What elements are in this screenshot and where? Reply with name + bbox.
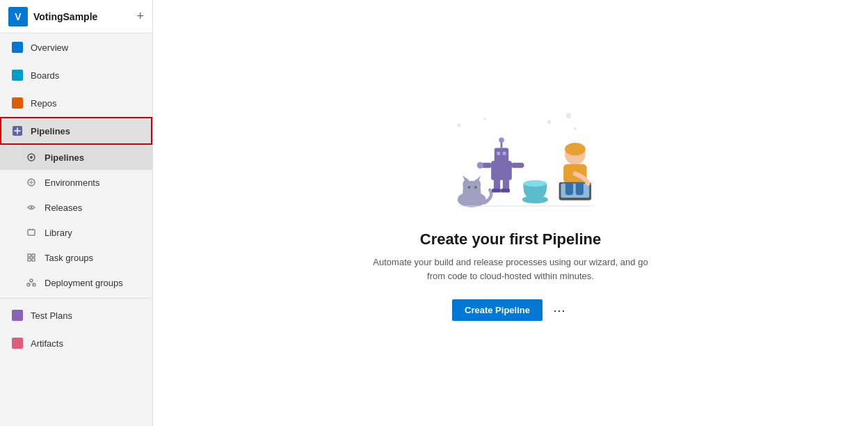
svg-point-11: [27, 283, 30, 286]
empty-state-title: Create your first Pipeline: [420, 230, 601, 248]
sidebar-sub-library[interactable]: Library: [0, 220, 152, 245]
artifacts-icon: [11, 337, 24, 349]
svg-point-24: [468, 186, 471, 189]
pipelines-illustration: [420, 105, 601, 216]
svg-point-16: [574, 127, 577, 130]
sub-pipelines-icon: [25, 151, 38, 164]
create-pipeline-button[interactable]: Create Pipeline: [452, 299, 542, 321]
sidebar-sub-releases-label: Releases: [45, 203, 82, 213]
svg-point-42: [565, 143, 586, 156]
svg-rect-37: [492, 189, 501, 193]
svg-rect-38: [501, 189, 510, 193]
sidebar-sub-deployment-groups[interactable]: Deployment groups: [0, 270, 152, 295]
empty-state-description: Automate your build and release processe…: [364, 255, 657, 283]
svg-point-4: [31, 207, 33, 209]
sidebar-item-pipelines[interactable]: Pipelines: [0, 117, 152, 145]
svg-rect-26: [491, 161, 512, 180]
test-plans-icon: [11, 309, 24, 322]
more-options-button[interactable]: ⋯: [549, 301, 569, 320]
svg-rect-7: [32, 254, 35, 257]
sidebar-item-artifacts[interactable]: Artifacts: [0, 329, 152, 357]
releases-icon: [25, 201, 38, 214]
overview-icon: [11, 41, 24, 54]
project-avatar: V: [8, 7, 28, 26]
svg-point-2: [30, 156, 33, 159]
sidebar-item-test-plans-label: Test Plans: [31, 310, 72, 321]
svg-point-31: [499, 138, 504, 143]
svg-rect-5: [28, 230, 35, 235]
sidebar-item-boards-label: Boards: [31, 70, 59, 81]
boards-icon: [11, 69, 24, 81]
svg-point-10: [30, 279, 33, 282]
sidebar-sub-releases[interactable]: Releases: [0, 195, 152, 220]
sidebar-sub-task-groups[interactable]: Task groups: [0, 245, 152, 270]
library-icon: [25, 226, 38, 239]
sidebar-sub-environments-label: Environments: [45, 178, 99, 188]
svg-point-14: [483, 118, 486, 120]
svg-point-13: [457, 123, 461, 127]
svg-point-40: [524, 180, 547, 187]
svg-rect-9: [32, 258, 35, 261]
sidebar-divider: [0, 298, 152, 299]
sidebar-item-test-plans[interactable]: Test Plans: [0, 301, 152, 329]
sidebar: V VotingSample + Overview Boards Repos P…: [0, 0, 153, 426]
sidebar-item-boards[interactable]: Boards: [0, 61, 152, 89]
sidebar-sub-task-groups-label: Task groups: [45, 253, 93, 263]
svg-rect-47: [576, 182, 584, 196]
svg-rect-0: [13, 126, 22, 136]
sidebar-sub-pipelines[interactable]: Pipelines: [0, 145, 152, 170]
svg-point-33: [477, 162, 483, 168]
sidebar-item-pipelines-label: Pipelines: [31, 126, 70, 136]
sidebar-item-artifacts-label: Artifacts: [31, 338, 63, 349]
environments-icon: [25, 176, 38, 189]
svg-rect-6: [28, 254, 31, 257]
task-groups-icon: [25, 251, 38, 264]
sidebar-sub-pipelines-label: Pipelines: [45, 152, 84, 163]
svg-rect-46: [565, 182, 573, 196]
sidebar-item-overview[interactable]: Overview: [0, 33, 152, 61]
sidebar-item-repos-label: Repos: [31, 98, 57, 109]
svg-point-25: [474, 186, 477, 189]
svg-rect-27: [495, 148, 508, 161]
svg-point-12: [33, 283, 35, 286]
svg-rect-28: [497, 152, 501, 155]
sidebar-sub-environments[interactable]: Environments: [0, 170, 152, 195]
svg-rect-45: [561, 184, 589, 198]
pipelines-icon: [11, 125, 24, 137]
sidebar-header: V VotingSample +: [0, 0, 152, 33]
svg-rect-34: [511, 163, 524, 168]
main-content: Create your first Pipeline Automate your…: [153, 0, 868, 426]
svg-point-17: [566, 113, 571, 118]
svg-rect-29: [503, 152, 506, 155]
button-row: Create Pipeline ⋯: [452, 299, 569, 321]
deployment-groups-icon: [25, 276, 38, 289]
empty-state: Create your first Pipeline Automate your…: [364, 105, 657, 321]
add-project-button[interactable]: +: [136, 9, 144, 24]
svg-point-15: [547, 120, 552, 125]
repos-icon: [11, 97, 24, 109]
sidebar-item-repos[interactable]: Repos: [0, 89, 152, 117]
sidebar-item-overview-label: Overview: [31, 42, 68, 53]
sidebar-sub-deployment-groups-label: Deployment groups: [45, 278, 123, 288]
project-name: VotingSample: [33, 11, 131, 22]
sidebar-sub-library-label: Library: [45, 228, 72, 238]
svg-rect-8: [28, 258, 31, 261]
